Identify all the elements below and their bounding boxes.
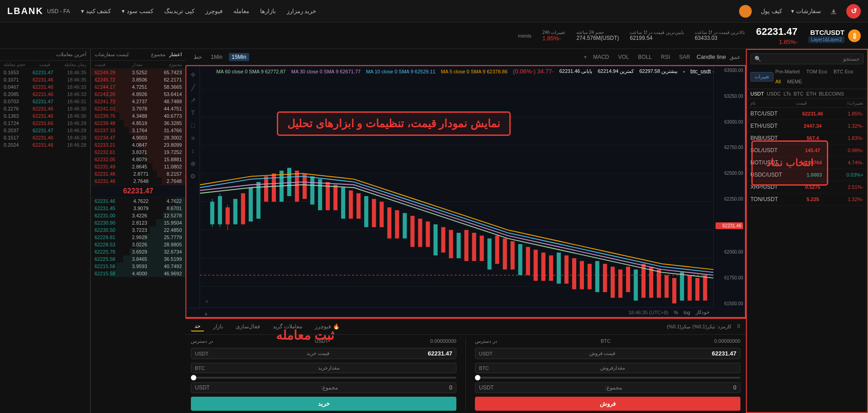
- filter-lts[interactable]: LTs: [783, 91, 791, 96]
- rect-tool[interactable]: □: [188, 120, 198, 130]
- ask-row[interactable]: 62.2171 3.8506 62245.72: [91, 76, 185, 83]
- cat-btc-eco[interactable]: BTC Eco: [832, 68, 855, 75]
- filter-btn[interactable]: تغییرات: [750, 72, 773, 82]
- ask-row[interactable]: 40.6773 4.3488 62239.76: [91, 112, 185, 120]
- bid-row[interactable]: 40.7492 3.9593 62215.58: [91, 263, 185, 270]
- ask-row[interactable]: 58.3665 4.7251 62244.17: [91, 83, 185, 91]
- ask-row[interactable]: 65.7423 3.5252 62249.29: [91, 69, 185, 76]
- ask-row[interactable]: 11.0802 2.8645 62231.49: [91, 163, 185, 170]
- indicator-boll[interactable]: BOLL: [636, 53, 655, 61]
- ask-row[interactable]: 19.7252 3.8371 62232.61: [91, 149, 185, 156]
- tab-activate[interactable]: فعال‌سازی: [232, 322, 264, 331]
- filter-usdc[interactable]: USDC: [767, 91, 781, 96]
- chart-log-btn[interactable]: log: [683, 310, 690, 315]
- trades-list: 18:46:35 62231.47 0.1653 18:46:35 62231.…: [0, 69, 90, 149]
- user-avatar[interactable]: [739, 5, 752, 18]
- indicator-macd[interactable]: MACD: [590, 53, 612, 61]
- candle-line-label[interactable]: Candle line: [697, 53, 726, 60]
- sell-price-input[interactable]: 62231.47 قیمت فروش USDT: [475, 348, 740, 359]
- sell-slider-track[interactable]: [475, 377, 740, 379]
- ask-row[interactable]: 31.4766 3.1764 62237.33: [91, 127, 185, 134]
- tf-1min[interactable]: 1Min: [208, 53, 225, 61]
- search-icon: 🔍: [754, 56, 761, 62]
- text-tool[interactable]: T: [188, 108, 198, 118]
- ask-row[interactable]: 2.7648 2.7648 62231.48: [91, 178, 185, 185]
- indicator-vol[interactable]: VOL: [616, 53, 632, 61]
- bid-row[interactable]: 12.5278 3.4226 62231.00: [91, 212, 185, 219]
- bid-row[interactable]: 32.6734 3.6929 62225.78: [91, 248, 185, 255]
- nav-discover[interactable]: کشف کنید ▾: [81, 8, 111, 14]
- cat-all[interactable]: All: [773, 78, 783, 85]
- indicator-rsi[interactable]: RSI: [658, 53, 673, 61]
- filter-usdt[interactable]: USDT: [750, 91, 764, 96]
- magnet-tool[interactable]: ⊕: [188, 158, 198, 168]
- cat-ton-eco[interactable]: TOM Eco: [804, 68, 829, 75]
- buy-slider-track[interactable]: [191, 377, 456, 379]
- sell-button[interactable]: فروش: [475, 397, 740, 411]
- logo[interactable]: ↺: [846, 4, 861, 19]
- svg-rect-72: [680, 272, 684, 300]
- bid-row[interactable]: 36.5199 3.8465 62225.58: [91, 255, 185, 263]
- ask-row[interactable]: 23.8099 4.0847 62233.21: [91, 141, 185, 149]
- nav-markets[interactable]: بازارها: [260, 8, 276, 14]
- tf-line[interactable]: خط: [191, 53, 204, 61]
- ask-row[interactable]: 53.6414 4.8926 62243.20: [91, 91, 185, 98]
- chart-pct-btn[interactable]: %: [674, 310, 678, 315]
- nav-orders[interactable]: سفارشات ▾: [791, 8, 821, 14]
- tab-market[interactable]: بازار: [209, 322, 227, 331]
- indicator-sar[interactable]: SAR: [676, 53, 693, 61]
- cat-pre-market[interactable]: Pre-Market: [773, 68, 802, 75]
- ask-row[interactable]: 44.4751 3.7978 62241.03: [91, 105, 185, 112]
- symbol-row[interactable]: -1.32% 2447.34 ETH/USDT: [747, 120, 867, 132]
- bid-row[interactable]: 15.9504 2.8123 62230.90: [91, 219, 185, 226]
- tf-15min[interactable]: 15Min: [229, 53, 249, 61]
- buy-price-input[interactable]: 62231.47 قیمت خرید USDT: [191, 348, 456, 359]
- trade-row: 18:46:35 62231.46 0.1071: [0, 76, 90, 83]
- ask-row[interactable]: 36.3285 4.8519 62239.48: [91, 120, 185, 127]
- symbol-row[interactable]: -1.85% 62231.46 BTC/USDT: [747, 108, 867, 120]
- currency-selector[interactable]: USD - FA: [47, 8, 70, 14]
- svg-rect-66: [634, 269, 638, 301]
- filter-eth[interactable]: ETH: [806, 91, 816, 96]
- filter-blecoins[interactable]: BLECOINS: [819, 91, 844, 96]
- buy-qty-input[interactable]: مقدارخرید BTC: [191, 363, 456, 373]
- ask-row[interactable]: 15.8881 4.8079 62232.05: [91, 156, 185, 163]
- sell-qty-input[interactable]: مقدارفروش BTC: [475, 363, 740, 373]
- measure-tool[interactable]: ↕: [188, 146, 198, 156]
- sell-slider-thumb[interactable]: [475, 375, 480, 380]
- arrow-tool[interactable]: ↗: [188, 95, 198, 105]
- ob-tab-total[interactable]: مجموع: [151, 52, 166, 58]
- nav-buy-crypto[interactable]: خرید رمزارز: [287, 8, 317, 14]
- nav-copy-trading[interactable]: کپی تریدینگ: [164, 8, 194, 14]
- search-input[interactable]: [764, 56, 859, 62]
- buy-button[interactable]: خرید: [191, 397, 456, 411]
- bid-row[interactable]: 28.9805 3.0226 62228.53: [91, 241, 185, 248]
- symbol-row[interactable]: -1.32% 5.225 TON/USDT: [747, 193, 867, 206]
- bid-row[interactable]: 25.7779 2.9929 62229.81: [91, 234, 185, 241]
- filter-btc[interactable]: BTC: [793, 91, 803, 96]
- ask-row[interactable]: 28.3002 4.9003 62234.47: [91, 134, 185, 141]
- tab-limit[interactable]: حد: [191, 322, 204, 331]
- buy-slider-thumb[interactable]: [191, 375, 196, 380]
- nav-trade[interactable]: معامله: [233, 8, 249, 14]
- bid-row[interactable]: 46.9692 4.4000 62215.58: [91, 270, 185, 277]
- svg-rect-27: [333, 185, 337, 210]
- bid-row[interactable]: 4.7622 4.7622 62231.46: [91, 197, 185, 205]
- nav-wallet[interactable]: کیف پول: [761, 8, 782, 14]
- nav-earn[interactable]: کسب سود ▾: [122, 8, 153, 14]
- nav-futures[interactable]: فیوچرز: [205, 8, 223, 14]
- bid-row[interactable]: 8.6701 3.9079 62231.45: [91, 205, 185, 212]
- ob-tab-list[interactable]: اعشار: [169, 52, 182, 58]
- fib-tool[interactable]: ≡: [188, 133, 198, 143]
- line-tool[interactable]: ╱: [188, 82, 198, 92]
- trade-row: 18:46:29 62231.66 0.1724: [0, 120, 90, 127]
- bid-row[interactable]: 22.4850 3.7223 62230.50: [91, 226, 185, 234]
- chart-auto-btn[interactable]: خودکار: [696, 309, 710, 315]
- settings-tool[interactable]: ⚙: [188, 171, 198, 181]
- cat-meme[interactable]: MEME: [785, 78, 804, 85]
- drag-handle[interactable]: ⠿: [737, 324, 740, 330]
- ask-row[interactable]: 48.7488 4.2737 62241.73: [91, 98, 185, 105]
- price-axis-label: 63500.00: [716, 68, 743, 73]
- ask-row[interactable]: 8.2157 2.8771 62231.48: [91, 170, 185, 178]
- crosshair-tool[interactable]: ✛: [188, 70, 198, 80]
